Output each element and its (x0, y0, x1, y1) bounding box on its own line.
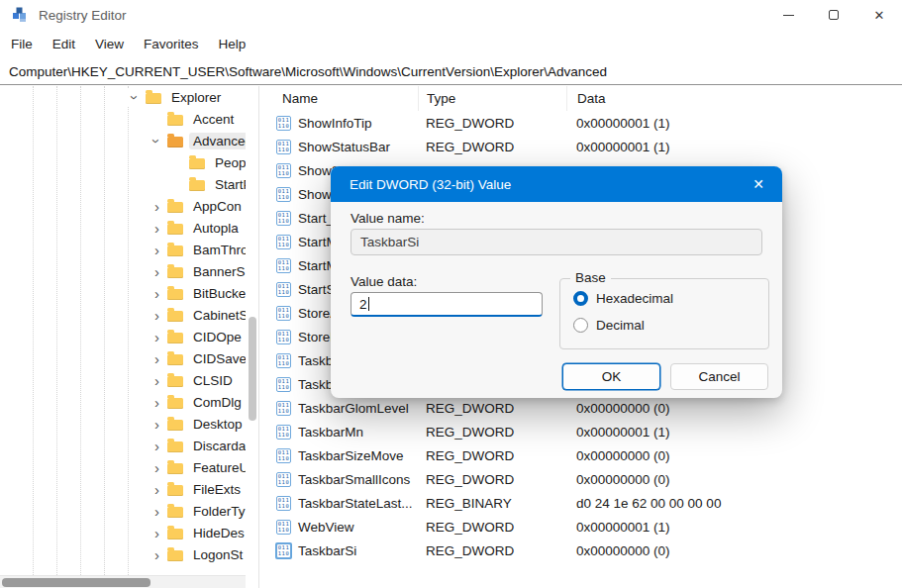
radio-hexadecimal[interactable]: Hexadecimal (573, 291, 673, 306)
cancel-button[interactable]: Cancel (670, 363, 768, 390)
tree-item-cidsave[interactable]: ›CIDSave (0, 347, 246, 369)
tree-item-label: Explorer (167, 89, 225, 106)
minimize-button[interactable] (765, 0, 811, 30)
chevron-right-icon[interactable]: › (149, 504, 165, 519)
folder-icon (167, 137, 183, 147)
chevron-down-icon[interactable]: › (128, 89, 143, 106)
binary-icon (276, 472, 291, 487)
chevron-right-icon[interactable]: › (149, 199, 165, 214)
chevron-right-icon[interactable]: › (149, 395, 165, 410)
tree-item-label: FolderTy (189, 503, 246, 520)
reg-value-icon (275, 352, 292, 369)
title-bar[interactable]: Registry Editor ✕ (0, 0, 902, 30)
list-row-taskbarmn[interactable]: TaskbarMnREG_DWORD0x00000001 (1) (259, 420, 902, 443)
value-type-text: REG_DWORD (418, 425, 566, 440)
tree-item-comdlg[interactable]: ›ComDlg (0, 391, 246, 413)
value-name-text: TaskbarSi (298, 543, 356, 558)
chevron-right-icon[interactable]: › (149, 482, 165, 497)
dialog-title-bar[interactable]: Edit DWORD (32-bit) Value ✕ (331, 166, 782, 202)
tree-item-cabinets[interactable]: ›CabinetS (0, 304, 246, 326)
menu-file[interactable]: File (1, 37, 43, 51)
tree-item-appcon[interactable]: ›AppCon (0, 195, 246, 217)
close-button[interactable]: ✕ (856, 0, 902, 30)
radio-decimal[interactable]: Decimal (573, 318, 645, 333)
menu-view[interactable]: View (85, 37, 134, 51)
tree-item-banners[interactable]: ›BannerS (0, 260, 246, 282)
menu-help[interactable]: Help (209, 37, 256, 51)
value-name-field[interactable]: TaskbarSi (351, 229, 762, 255)
chevron-right-icon[interactable]: › (149, 547, 165, 562)
list-row-showstatusbar[interactable]: ShowStatusBarREG_DWORD0x00000001 (1) (259, 135, 902, 158)
list-row-taskbarsmallicons[interactable]: TaskbarSmallIconsREG_DWORD0x00000000 (0) (259, 467, 902, 491)
tree-item-folderty[interactable]: ›FolderTy (0, 500, 246, 522)
value-data-input[interactable]: 2 (351, 292, 543, 317)
tree-item-label: BannerS (189, 263, 246, 280)
column-header-type[interactable]: Type (418, 86, 566, 111)
menu-favorites[interactable]: Favorites (134, 37, 209, 51)
tree-item-discarda[interactable]: ›Discarda (0, 435, 246, 456)
tree-vertical-scrollbar[interactable] (247, 86, 258, 575)
binary-icon (276, 353, 291, 368)
chevron-right-icon[interactable]: › (149, 330, 165, 344)
list-row-taskbarstatelast-[interactable]: TaskbarStateLast...REG_BINARYd0 24 1e 62… (259, 491, 902, 515)
tree-item-bitbucke[interactable]: ›BitBucke (0, 282, 246, 304)
tree-item-clsid[interactable]: ›CLSID (0, 369, 246, 391)
address-bar[interactable]: Computer\HKEY_CURRENT_USER\Software\Micr… (0, 58, 902, 85)
tree-item-cidope[interactable]: ›CIDOpe (0, 326, 246, 347)
tree-item-label: Discarda (189, 438, 246, 454)
list-row-webview[interactable]: WebViewREG_DWORD0x00000001 (1) (259, 515, 902, 539)
chevron-right-icon[interactable]: › (149, 417, 165, 432)
vertical-scrollbar-thumb[interactable] (249, 317, 256, 421)
chevron-right-icon[interactable]: › (149, 221, 165, 236)
tree-item-label: AppCon (189, 198, 246, 215)
tree-item-advanced[interactable]: ›Advanced (0, 130, 246, 151)
ok-button[interactable]: OK (562, 363, 660, 390)
dialog-close-button[interactable]: ✕ (735, 166, 782, 202)
cell-name: WebView (259, 519, 418, 536)
chevron-right-icon[interactable]: › (149, 526, 165, 540)
folder-icon (167, 245, 183, 256)
binary-icon (276, 211, 291, 226)
chevron-right-icon[interactable]: › (149, 460, 165, 475)
tree-item-hidedes[interactable]: ›HideDes (0, 522, 246, 543)
chevron-right-icon[interactable]: › (149, 373, 165, 388)
tree-item-startp[interactable]: StartP (0, 173, 246, 195)
value-name-text: TaskbarSi (360, 235, 419, 249)
column-header-data[interactable]: Data (566, 86, 902, 111)
maximize-icon (829, 10, 839, 20)
list-row-showinfotip[interactable]: ShowInfoTipREG_DWORD0x00000001 (1) (259, 111, 902, 135)
chevron-right-icon[interactable]: › (149, 439, 165, 453)
value-data-text: d0 24 1e 62 00 00 00 00 (566, 496, 902, 511)
chevron-right-icon[interactable]: › (149, 243, 165, 257)
folder-icon (167, 376, 183, 387)
horizontal-scrollbar-thumb[interactable] (2, 578, 150, 587)
tree-item-fileexts[interactable]: ›FileExts (0, 478, 246, 500)
cell-name: ShowStatusBar (259, 139, 418, 155)
chevron-right-icon[interactable]: › (149, 264, 165, 279)
column-header-name[interactable]: Name (259, 86, 418, 111)
reg-value-icon (275, 234, 292, 250)
binary-icon (276, 425, 291, 440)
tree-item-logonst[interactable]: ›LogonSt (0, 543, 246, 565)
chevron-right-icon[interactable]: › (149, 286, 165, 301)
value-name-text: TaskbarSizeMove (298, 448, 404, 463)
folder-icon (167, 289, 183, 300)
tree-item-featureu[interactable]: ›FeatureU (0, 456, 246, 478)
tree-item-desktop[interactable]: ›Desktop (0, 413, 246, 435)
chevron-right-icon[interactable]: › (149, 308, 165, 323)
menu-edit[interactable]: Edit (43, 37, 85, 51)
tree-item-label: Desktop (189, 416, 246, 433)
chevron-right-icon[interactable]: › (149, 351, 165, 366)
tree-item-explorer[interactable]: ›Explorer (0, 86, 246, 108)
list-row-taskbarglomlevel[interactable]: TaskbarGlomLevelREG_DWORD0x00000000 (0) (259, 396, 902, 420)
value-data-text: 0x00000001 (1) (566, 140, 902, 154)
tree-item-accent[interactable]: Accent (0, 108, 246, 130)
tree-horizontal-scrollbar[interactable] (0, 575, 246, 588)
tree-item-autopla[interactable]: ›Autopla (0, 217, 246, 239)
maximize-button[interactable] (811, 0, 856, 30)
tree-item-peopl[interactable]: Peopl (0, 151, 246, 173)
chevron-down-icon[interactable]: › (150, 133, 164, 149)
list-row-taskbarsizemove[interactable]: TaskbarSizeMoveREG_DWORD0x00000000 (0) (259, 443, 902, 467)
list-row-taskbarsi[interactable]: TaskbarSiREG_DWORD0x00000000 (0) (259, 539, 902, 562)
tree-item-bamthro[interactable]: ›BamThro (0, 239, 246, 260)
